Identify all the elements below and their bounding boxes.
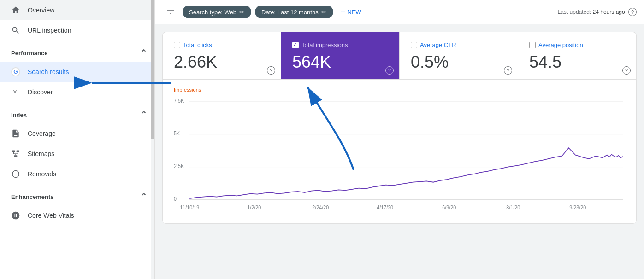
total-impressions-label-row: Total impressions <box>292 41 388 48</box>
metrics-row: Total clicks 2.66K ? Total impressions 5… <box>163 32 636 80</box>
sidebar-section-index[interactable]: Index ⌃ <box>0 102 154 123</box>
search-type-label: Search type: Web <box>189 9 236 16</box>
total-clicks-label-row: Total clicks <box>174 41 270 48</box>
sidebar-section-enhancements[interactable]: Enhancements ⌃ <box>0 184 154 205</box>
sidebar-search-results-label: Search results <box>28 68 69 76</box>
main-content: Search type: Web ✏ Date: Last 12 months … <box>155 0 644 279</box>
sidebar-item-core-web-vitals[interactable]: Core Web Vitals <box>0 205 154 226</box>
sidebar-coverage-label: Coverage <box>28 130 56 137</box>
removals-icon <box>11 169 20 179</box>
total-clicks-checkbox[interactable] <box>174 42 180 48</box>
enhancements-chevron-icon: ⌃ <box>140 192 147 202</box>
svg-text:4/17/20: 4/17/20 <box>377 204 393 211</box>
total-impressions-checkbox[interactable] <box>292 42 299 48</box>
coverage-icon <box>11 129 20 138</box>
index-chevron-icon: ⌃ <box>140 110 147 120</box>
performance-chevron-icon: ⌃ <box>140 48 147 58</box>
total-clicks-help[interactable]: ? <box>265 66 275 75</box>
metric-average-position[interactable]: Average position 54.5 ? <box>518 32 636 79</box>
search-icon <box>11 26 20 35</box>
sidebar-section-performance[interactable]: Performance ⌃ <box>0 41 154 62</box>
svg-rect-1 <box>12 151 15 152</box>
sidebar-discover-label: Discover <box>28 88 53 96</box>
content-area: Total clicks 2.66K ? Total impressions 5… <box>155 24 644 279</box>
filter-icon[interactable] <box>162 4 179 20</box>
chart-y-label: Impressions <box>174 87 625 93</box>
stats-card: Total clicks 2.66K ? Total impressions 5… <box>162 32 637 224</box>
gauge-icon <box>11 211 20 220</box>
performance-section-label: Performance <box>11 50 47 57</box>
date-edit-icon: ✏ <box>321 8 327 16</box>
average-ctr-label-row: Average CTR <box>411 41 507 48</box>
average-ctr-label: Average CTR <box>420 41 456 48</box>
total-impressions-help[interactable]: ? <box>384 66 394 75</box>
metric-total-clicks[interactable]: Total clicks 2.66K ? <box>163 32 281 79</box>
metric-average-ctr[interactable]: Average CTR 0.5% ? <box>400 32 518 79</box>
toolbar: Search type: Web ✏ Date: Last 12 months … <box>155 0 644 24</box>
metric-total-impressions[interactable]: Total impressions 564K ? <box>281 32 400 79</box>
average-ctr-help[interactable]: ? <box>502 66 512 75</box>
svg-text:11/10/19: 11/10/19 <box>180 204 199 211</box>
last-updated: Last updated: 24 hours ago ? <box>558 8 637 16</box>
sidebar-item-discover[interactable]: ✳ Discover <box>0 82 154 102</box>
svg-text:2.5K: 2.5K <box>174 163 184 169</box>
average-position-checkbox[interactable] <box>529 42 536 48</box>
sidebar-scrollbar[interactable] <box>151 0 154 279</box>
asterisk-icon: ✳ <box>11 87 20 97</box>
average-position-help[interactable]: ? <box>620 66 631 75</box>
sidebar-item-overview[interactable]: Overview <box>0 0 154 20</box>
total-clicks-label: Total clicks <box>183 41 212 48</box>
total-clicks-value: 2.66K <box>174 52 270 72</box>
svg-rect-2 <box>17 151 19 152</box>
svg-text:7.5K: 7.5K <box>174 97 184 104</box>
svg-text:9/23/20: 9/23/20 <box>569 204 586 211</box>
total-impressions-label: Total impressions <box>301 41 348 48</box>
new-button[interactable]: + NEW <box>337 5 365 20</box>
sidebar-scrollbar-thumb[interactable] <box>151 0 154 140</box>
new-label: NEW <box>347 9 361 16</box>
sidebar-item-sitemaps[interactable]: Sitemaps <box>0 144 154 164</box>
enhancements-section-label: Enhancements <box>11 193 53 200</box>
svg-rect-3 <box>14 155 18 157</box>
svg-text:1/2/20: 1/2/20 <box>247 204 261 211</box>
svg-text:✳: ✳ <box>12 88 18 95</box>
search-type-edit-icon: ✏ <box>239 8 245 16</box>
date-label: Date: Last 12 months <box>261 9 319 16</box>
sidebar-overview-label: Overview <box>28 6 54 14</box>
chart-svg: 7.5K 5K 2.5K 0 11/10/19 1/2/20 <box>174 96 625 216</box>
sidebar-item-url-inspection[interactable]: URL inspection <box>0 20 154 41</box>
average-ctr-checkbox[interactable] <box>411 42 417 48</box>
chart-container: Impressions 7.5K 5K 2.5K 0 <box>163 80 636 223</box>
average-position-label: Average position <box>538 41 583 48</box>
svg-text:6/9/20: 6/9/20 <box>442 204 456 211</box>
total-impressions-value: 564K <box>292 52 388 72</box>
average-position-label-row: Average position <box>529 41 625 48</box>
average-ctr-value: 0.5% <box>411 52 507 72</box>
sitemaps-icon <box>11 149 20 158</box>
date-chip[interactable]: Date: Last 12 months ✏ <box>255 6 333 18</box>
search-type-chip[interactable]: Search type: Web ✏ <box>183 6 251 18</box>
svg-text:5K: 5K <box>174 130 180 137</box>
sidebar-item-coverage[interactable]: Coverage <box>0 123 154 144</box>
sidebar-item-search-results[interactable]: G Search results <box>0 62 154 82</box>
sidebar-url-inspection-label: URL inspection <box>28 27 71 34</box>
svg-text:2/24/20: 2/24/20 <box>312 204 329 211</box>
sidebar-item-removals[interactable]: Removals <box>0 164 154 184</box>
sidebar-sitemaps-label: Sitemaps <box>28 150 54 157</box>
average-position-value: 54.5 <box>529 52 625 72</box>
sidebar-removals-label: Removals <box>28 170 56 178</box>
sidebar: Overview URL inspection Performance ⌃ G … <box>0 0 155 279</box>
last-updated-value: 24 hours ago <box>593 9 625 15</box>
google-g-icon: G <box>11 67 20 76</box>
last-updated-prefix: Last updated: <box>558 9 591 15</box>
index-section-label: Index <box>11 111 27 118</box>
home-icon <box>11 6 20 15</box>
svg-text:8/1/20: 8/1/20 <box>506 204 520 211</box>
updated-help-icon[interactable]: ? <box>628 8 637 16</box>
svg-text:0: 0 <box>174 195 177 202</box>
sidebar-core-web-vitals-label: Core Web Vitals <box>28 212 74 219</box>
chart-wrapper: 7.5K 5K 2.5K 0 11/10/19 1/2/20 <box>174 96 625 216</box>
